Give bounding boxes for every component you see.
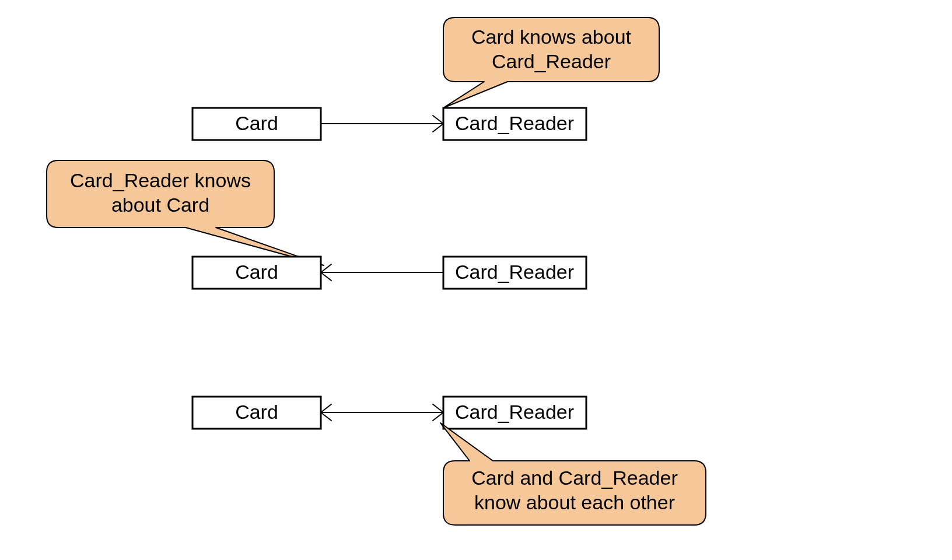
class-box-cardreader-row3: Card_Reader	[443, 397, 586, 429]
class-box-cardreader-row2: Card_Reader	[443, 257, 586, 289]
callout-text-line2: know about each other	[474, 491, 675, 513]
callout-both-know: Card and Card_Reader know about each oth…	[440, 423, 706, 525]
callout-reader-knows-card: Card_Reader knows about Card	[47, 160, 324, 265]
class-box-cardreader-row1: Card_Reader	[443, 108, 586, 140]
class-label: Card_Reader	[455, 401, 574, 423]
uml-association-diagram: Card knows about Card_Reader Card Card_R…	[0, 0, 952, 560]
callout-text-line2: about Card	[111, 194, 209, 216]
class-label: Card_Reader	[455, 261, 574, 283]
class-box-card-row3: Card	[192, 397, 321, 429]
class-label: Card	[235, 261, 278, 283]
class-box-card-row2: Card	[192, 257, 321, 289]
class-box-card-row1: Card	[192, 108, 321, 140]
class-label: Card	[235, 401, 278, 423]
callout-text-line2: Card_Reader	[492, 50, 611, 72]
callout-card-knows-reader: Card knows about Card_Reader	[443, 18, 659, 108]
callout-text-line1: Card and Card_Reader	[471, 467, 677, 489]
association-arrow-left	[321, 264, 443, 281]
callout-text-line1: Card_Reader knows	[70, 169, 251, 191]
callout-text-line1: Card knows about	[471, 26, 632, 48]
class-label: Card_Reader	[455, 112, 574, 134]
association-arrow-right	[321, 116, 443, 132]
association-arrow-both	[321, 404, 443, 421]
class-label: Card	[235, 112, 278, 134]
